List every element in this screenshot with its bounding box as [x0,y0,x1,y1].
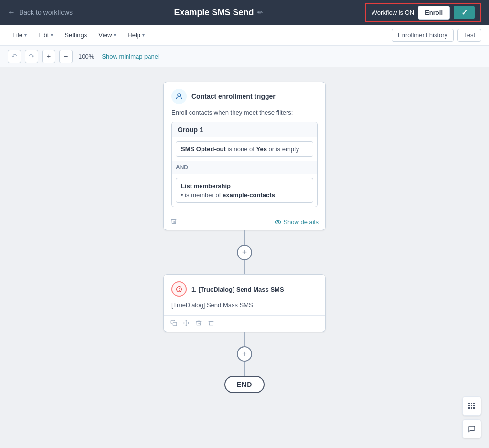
filter2-value: example-contacts [223,191,275,198]
undo-button[interactable]: ↶ [8,50,21,63]
show-minimap-link[interactable]: Show minimap panel [102,53,159,60]
trigger-person-icon [171,89,187,104]
test-button[interactable]: Test [457,29,481,42]
add-step-button-1[interactable]: + [237,245,252,260]
action-type-icon [171,281,187,297]
trigger-footer: Show details [164,214,325,230]
trigger-title: Contact enrollment trigger [191,93,276,100]
filter1-condition: is none of [228,146,256,153]
help-chevron-icon: ▾ [142,32,145,38]
svg-point-2 [277,221,279,223]
grid-icon [468,402,476,410]
move-icon[interactable] [183,320,190,328]
add-step-toolbar-button[interactable]: + [42,50,55,63]
svg-rect-8 [471,403,472,404]
sec-nav-left: File ▾ Edit ▾ Settings View ▾ Help ▾ [8,25,149,46]
copy-icon[interactable] [170,320,177,328]
chat-panel-button[interactable] [462,419,481,438]
trigger-header: Contact enrollment trigger [164,82,325,109]
group-box: Group 1 SMS Opted-out is none of Yes or … [171,122,318,207]
toggle-check-icon: ✓ [461,8,468,17]
action-card: 1. [TrueDialog] Send Mass SMS [TrueDialo… [163,274,326,332]
secondary-navbar: File ▾ Edit ▾ Settings View ▾ Help ▾ Enr… [0,25,489,46]
svg-rect-7 [468,403,470,404]
enroll-button[interactable]: Enroll [418,6,450,20]
canvas-area: Contact enrollment trigger Enroll contac… [0,67,489,447]
filter1-text: SMS Opted-out [181,146,226,153]
action-header: 1. [TrueDialog] Send Mass SMS [164,275,325,302]
help-label: Help [128,31,140,39]
top-navbar: ← Back to workflows Example SMS Send ✏ W… [0,0,489,25]
connector-line-1 [244,230,245,245]
canvas-wrapper: Contact enrollment trigger Enroll contac… [0,67,489,448]
svg-rect-6 [173,322,177,326]
filter1-extra: or is empty [269,146,299,153]
add-step-button-2[interactable]: + [237,346,252,362]
filter2-condition: • is member of example-contacts [181,191,308,198]
sec-nav-right: Enrollment history Test [392,29,481,42]
svg-point-1 [275,220,281,224]
workflow-container: Contact enrollment trigger Enroll contac… [77,82,412,432]
edit-chevron-icon: ▾ [51,32,53,38]
svg-rect-12 [473,405,475,406]
group-header: Group 1 [172,122,317,137]
enrollment-history-button[interactable]: Enrollment history [392,29,454,42]
view-chevron-icon: ▾ [114,32,116,38]
svg-rect-10 [468,405,470,406]
workflow-title: Example SMS Send [174,8,254,18]
bottom-right-panel [462,396,481,438]
svg-point-0 [178,94,181,96]
svg-rect-9 [473,403,475,404]
filter-box-2: List membership • is member of example-c… [176,178,313,203]
filter2-title: List membership [181,182,308,189]
settings-menu[interactable]: Settings [60,25,92,46]
trash-icon[interactable] [170,218,177,226]
end-node: END [224,376,265,393]
connector-line-3 [244,332,245,346]
chat-icon [468,425,476,433]
file-chevron-icon: ▾ [24,32,27,38]
settings-label: Settings [64,31,87,39]
svg-rect-14 [471,407,472,409]
and-label: AND [172,161,317,174]
action-footer [164,315,325,332]
back-arrow-icon: ← [8,8,15,17]
svg-rect-11 [471,405,472,406]
trigger-card: Contact enrollment trigger Enroll contac… [163,82,326,230]
file-menu[interactable]: File ▾ [8,25,32,46]
connector-line-4 [244,362,245,376]
connector-line-2 [244,260,245,274]
workflow-status-text: Workflow is ON [372,9,414,16]
svg-rect-13 [468,407,470,409]
trash2-icon[interactable] [208,320,214,328]
workflow-toggle[interactable]: ✓ [454,6,475,19]
filter1-value: Yes [256,146,267,153]
grid-panel-button[interactable] [462,396,481,416]
workflow-title-area: Example SMS Send ✏ [174,8,263,18]
view-label: View [98,31,112,39]
delete-icon[interactable] [195,320,202,328]
filter-box-1: SMS Opted-out is none of Yes or is empty [176,141,313,157]
edit-label: Edit [38,31,49,39]
view-menu[interactable]: View ▾ [94,25,121,46]
workflow-status-badge: Workflow is ON Enroll ✓ [365,3,481,22]
svg-point-5 [179,290,180,291]
eye-icon [275,219,281,226]
redo-button[interactable]: ↷ [25,50,38,63]
show-details-label: Show details [283,219,319,226]
top-nav-right: Workflow is ON Enroll ✓ [365,3,481,22]
zoom-out-button[interactable]: − [59,50,73,63]
action-title: 1. [TrueDialog] Send Mass SMS [191,286,284,293]
back-to-workflows[interactable]: ← Back to workflows [8,8,73,17]
canvas-toolbar: ↶ ↷ + − 100% Show minimap panel [0,46,489,67]
trigger-subtitle: Enroll contacts when they meet these fil… [164,109,325,122]
edit-title-icon[interactable]: ✏ [257,9,263,16]
zoom-level: 100% [78,53,94,60]
show-details-link[interactable]: Show details [275,219,319,226]
file-label: File [12,31,22,39]
svg-rect-15 [473,407,475,409]
action-subtitle: [TrueDialog] Send Mass SMS [164,302,325,315]
help-menu[interactable]: Help ▾ [123,25,149,46]
edit-menu[interactable]: Edit ▾ [33,25,58,46]
page-layout: ← Back to workflows Example SMS Send ✏ W… [0,0,489,448]
